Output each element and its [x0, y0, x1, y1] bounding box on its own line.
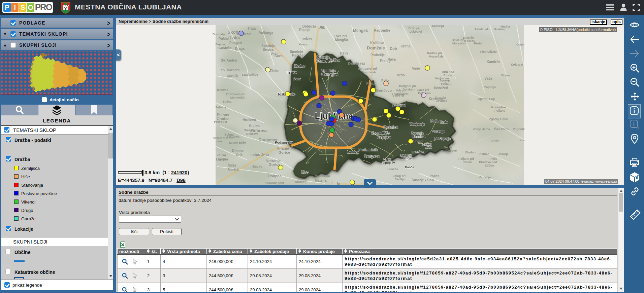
svg-text:Jevnica: Jevnica	[436, 99, 447, 103]
svg-text:Polica: Polica	[429, 174, 440, 178]
svg-text:Gosteče: Gosteče	[218, 46, 232, 50]
svg-text:Gorica: Gorica	[228, 168, 239, 171]
svg-text:Pančah: Pančah	[402, 157, 413, 160]
svg-text:Šmarje - Sap: Šmarje - Sap	[412, 178, 434, 182]
svg-text:Radomlje: Radomlje	[374, 28, 390, 32]
svg-text:Besnica: Besnica	[384, 125, 398, 129]
svg-text:Panče: Panče	[405, 166, 414, 169]
svg-text:Bodovlje: Bodovlje	[213, 33, 225, 36]
svg-text:Iška Loka: Iška Loka	[315, 174, 330, 178]
svg-text:Zgornji Log: Zgornji Log	[478, 97, 495, 101]
svg-text:Pretrž: Pretrž	[474, 42, 483, 45]
svg-text:Spodnje: Spodnje	[290, 50, 303, 53]
svg-text:Stični: Stični	[463, 160, 472, 164]
svg-text:Depala vas: Depala vas	[348, 62, 366, 65]
svg-text:Šentpavel: Šentpavel	[364, 154, 380, 158]
svg-text:Škofljici: Škofljici	[395, 177, 407, 181]
svg-text:Podplešivica: Podplešivica	[250, 153, 269, 156]
svg-text:Krtina: Krtina	[401, 44, 411, 48]
svg-text:Pungert: Pungert	[229, 41, 242, 45]
svg-text:Podmolnik: Podmolnik	[359, 148, 378, 152]
svg-text:Ligojna: Ligojna	[216, 157, 228, 161]
svg-text:Pirniče: Pirniče	[292, 53, 303, 57]
svg-text:Obolno: Obolno	[465, 151, 476, 154]
svg-text:Trebeljevo: Trebeljevo	[442, 149, 457, 152]
svg-text:brdo: brdo	[441, 120, 448, 124]
svg-text:Mengeš: Mengeš	[353, 28, 368, 33]
svg-text:Dobruša: Dobruša	[302, 25, 316, 28]
svg-text:Stično: Stično	[485, 164, 494, 167]
svg-text:Valburga: Valburga	[259, 31, 273, 35]
svg-text:Vnajnarje: Vnajnarje	[410, 122, 425, 126]
svg-text:Lipe: Lipe	[301, 170, 309, 174]
svg-text:Kamnik pod: Kamnik pod	[264, 181, 284, 185]
svg-text:Vojsko: Vojsko	[302, 37, 312, 40]
svg-text:Javorje: Javorje	[498, 152, 509, 156]
svg-text:Veliki: Veliki	[444, 146, 452, 149]
svg-text:Videm: Videm	[392, 93, 404, 98]
svg-text:Vnanje: Vnanje	[277, 146, 289, 150]
svg-text:Utik: Utik	[319, 26, 325, 29]
svg-text:Zgornja: Zgornja	[435, 96, 446, 99]
svg-text:Ples: Ples	[480, 50, 487, 53]
svg-text:Prežganje: Prežganje	[434, 137, 451, 141]
svg-text:Spodnja: Spodnja	[261, 44, 275, 48]
svg-text:Kolovrat: Kolovrat	[511, 63, 523, 66]
svg-text:Krašnja: Krašnja	[432, 25, 444, 28]
svg-text:Briše: Briše	[491, 139, 499, 143]
svg-text:Zgornji Hotič: Zgornji Hotič	[489, 117, 508, 121]
svg-text:Podsmreka: Podsmreka	[275, 141, 293, 144]
svg-text:Trata: Trata	[248, 27, 256, 30]
svg-text:Lanišče: Lanišče	[387, 168, 398, 171]
svg-text:Medno: Medno	[294, 64, 305, 68]
svg-text:Trzin: Trzin	[339, 51, 348, 55]
svg-text:Pšata: Pšata	[366, 82, 376, 85]
svg-text:Poljane: Poljane	[494, 109, 505, 112]
svg-text:Šujica: Šujica	[249, 124, 260, 128]
svg-text:Gradiške: Gradiške	[213, 136, 225, 139]
svg-text:Medvodah: Medvodah	[230, 96, 246, 99]
svg-text:Zgornji: Zgornji	[440, 79, 450, 82]
svg-text:Pogonik: Pogonik	[513, 127, 525, 131]
svg-text:Podpeč: Podpeč	[268, 174, 282, 178]
svg-text:Poljane pri: Poljane pri	[458, 157, 474, 160]
svg-text:Sinja: Sinja	[228, 163, 236, 167]
svg-text:Laze pri: Laze pri	[417, 88, 429, 91]
svg-text:Brdo: Brdo	[397, 73, 405, 77]
svg-text:Lavrica: Lavrica	[347, 150, 359, 154]
svg-text:Domžale: Domžale	[367, 45, 385, 50]
svg-text:Dolskem: Dolskem	[402, 88, 415, 91]
svg-text:Ig: Ig	[337, 182, 340, 185]
svg-text:Besnica: Besnica	[412, 150, 424, 154]
svg-text:Brdo: Brdo	[425, 146, 432, 149]
svg-text:Bevke: Bevke	[252, 165, 262, 169]
svg-text:Dvor: Dvor	[293, 77, 301, 81]
svg-text:Gameljne: Gameljne	[321, 72, 338, 76]
svg-text:Tuštanj: Tuštanj	[441, 82, 451, 85]
svg-text:Trnovec: Trnovec	[217, 88, 228, 91]
svg-text:Osolnik: Osolnik	[227, 74, 238, 77]
svg-text:Lukovici: Lukovici	[410, 30, 422, 33]
svg-text:Češnjica: Češnjica	[377, 135, 391, 139]
svg-text:Velika: Velika	[217, 153, 226, 157]
svg-text:Laze: Laze	[518, 139, 524, 142]
svg-text:Mengšu: Mengšu	[335, 38, 348, 42]
svg-text:Petelinjek: Petelinjek	[475, 28, 489, 31]
svg-text:Podreber: Podreber	[214, 120, 227, 123]
svg-text:Planina: Planina	[479, 152, 490, 156]
svg-text:Gorice: Gorice	[279, 150, 290, 154]
svg-text:Dobrovi: Dobrovi	[246, 132, 258, 136]
svg-text:Vaše: Vaše	[271, 52, 279, 56]
svg-text:Medija: Medija	[501, 25, 510, 28]
svg-text:Vinje: Vinje	[412, 67, 420, 70]
svg-text:Šentpavel pri: Šentpavel pri	[358, 67, 377, 70]
svg-text:nežiče: nežiče	[287, 71, 297, 74]
svg-text:Zaklanec: Zaklanec	[227, 135, 240, 138]
svg-text:Rodnik pri: Rodnik pri	[427, 51, 442, 55]
svg-text:Brezje pri: Brezje pri	[244, 129, 257, 132]
svg-text:Brdo pri: Brdo pri	[409, 27, 420, 30]
svg-text:Setnica: Setnica	[215, 106, 226, 109]
svg-text:Črni Potok: Črni Potok	[494, 127, 509, 131]
svg-text:Volavlje: Volavlje	[432, 130, 445, 134]
svg-text:Repnje: Repnje	[299, 28, 311, 32]
